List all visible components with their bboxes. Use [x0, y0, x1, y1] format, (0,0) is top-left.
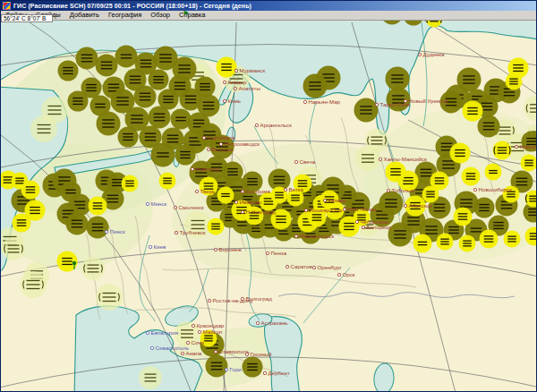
station-marker[interactable] [134, 86, 157, 108]
station-marker[interactable] [463, 101, 483, 122]
svg-text:Евпатория: Евпатория [151, 329, 179, 336]
station-marker[interactable] [122, 175, 139, 192]
menubar: ФайлыСлайдыДобавитьГеографияОбзорСправка [1, 11, 537, 21]
menu-item-3[interactable]: Добавить [65, 11, 104, 20]
city-label: Белорецк [362, 224, 391, 230]
svg-text:Кемь: Кемь [228, 98, 242, 104]
station-marker[interactable] [386, 67, 410, 91]
station-marker[interactable] [30, 115, 57, 142]
station-marker[interactable] [480, 230, 499, 249]
station-marker[interactable] [454, 208, 473, 226]
station-marker[interactable] [175, 145, 196, 166]
city-label: Абатское [404, 202, 432, 209]
svg-text:Пинск: Пинск [110, 228, 125, 234]
svg-text:Дудинка: Дудинка [423, 51, 446, 57]
svg-text:Апатиты: Апатиты [239, 85, 261, 91]
station-marker[interactable] [506, 73, 523, 90]
city-label: Волгоград [241, 295, 272, 302]
station-marker[interactable] [303, 74, 328, 98]
station-marker[interactable] [115, 46, 138, 68]
svg-text:Киев: Киев [154, 243, 167, 250]
station-marker[interactable] [76, 47, 98, 70]
station-marker[interactable] [387, 88, 411, 112]
city-label: Йошкар-Ола [304, 207, 342, 213]
green-pin-icon[interactable]: ⚑ [183, 10, 189, 19]
city-label: Грозный [245, 351, 272, 357]
station-marker[interactable] [504, 231, 521, 248]
station-marker[interactable] [462, 167, 481, 186]
svg-text:Н.Новгород: Н.Новгород [246, 209, 277, 215]
station-marker[interactable] [354, 98, 379, 123]
map-canvas[interactable]: МурманскКовдорАпатитыКемьНарьян-МарАрхан… [1, 21, 537, 392]
svg-text:Вятка: Вятка [289, 186, 304, 192]
city-label: Ставрополь [214, 348, 250, 354]
station-marker[interactable] [208, 218, 225, 235]
city-label: Тобольск [387, 187, 415, 193]
svg-text:Новгород: Новгород [196, 166, 221, 172]
station-marker[interactable] [13, 214, 31, 233]
station-marker[interactable] [493, 141, 512, 160]
station-marker[interactable] [118, 127, 139, 148]
svg-text:Волгоград: Волгоград [246, 295, 273, 302]
map-area[interactable]: МурманскКовдорАпатитыКемьНарьян-МарАрхан… [1, 21, 537, 392]
svg-text:Йошкар-Ола: Йошкар-Ола [310, 207, 343, 213]
city-label: Дудинка [418, 51, 445, 57]
station-marker[interactable] [89, 197, 107, 216]
station-marker[interactable] [96, 284, 123, 311]
station-marker[interactable] [521, 155, 537, 172]
station-marker[interactable] [478, 115, 500, 138]
app-window: ГИС (Расписание SCH) 07/09/25 00:01 - РО… [0, 0, 537, 392]
station-marker[interactable] [87, 217, 109, 239]
station-marker[interactable] [355, 146, 380, 171]
station-marker[interactable] [195, 77, 216, 98]
station-marker[interactable] [20, 271, 47, 298]
station-marker[interactable] [159, 173, 176, 190]
city-label: Магнитогорск [294, 233, 334, 239]
station-marker[interactable] [379, 192, 404, 216]
city-label: Евпатория [146, 329, 178, 336]
city-label: Сортавала [202, 134, 235, 141]
station-marker[interactable] [437, 234, 454, 251]
city-label: Нарьян-Мар [303, 98, 340, 105]
station-marker[interactable] [206, 355, 228, 378]
station-marker[interactable] [139, 366, 162, 389]
menu-item-5[interactable]: Обзор [146, 11, 175, 20]
station-marker[interactable] [58, 61, 79, 81]
menu-item-6[interactable]: Справка [175, 11, 209, 20]
station-marker[interactable] [430, 172, 449, 191]
city-label: Иваново [234, 199, 261, 205]
app-icon [3, 2, 11, 10]
station-marker[interactable] [217, 187, 234, 204]
station-marker[interactable] [217, 57, 237, 78]
station-marker[interactable] [66, 213, 89, 235]
svg-text:Астрахань: Астрахань [261, 320, 288, 326]
station-marker[interactable] [151, 143, 175, 167]
station-marker[interactable] [2, 237, 25, 260]
svg-text:Ковдор: Ковдор [228, 79, 247, 85]
svg-text:Минск: Минск [151, 200, 167, 207]
station-marker[interactable] [21, 181, 40, 200]
svg-text:Сортавала: Сортавала [208, 134, 236, 141]
titlebar[interactable]: ГИС (Расписание SCH) 07/09/25 00:01 - РО… [1, 1, 537, 11]
station-marker[interactable] [97, 112, 121, 136]
station-marker[interactable] [459, 235, 476, 252]
city-label: Трубчевск [175, 229, 205, 235]
station-marker[interactable] [388, 223, 413, 247]
station-marker[interactable] [450, 143, 471, 164]
station-marker[interactable] [96, 55, 118, 77]
station-marker[interactable] [149, 70, 169, 90]
station-marker[interactable] [68, 91, 89, 112]
svg-text:Кострома: Кострома [246, 188, 271, 194]
station-marker[interactable] [485, 164, 502, 181]
svg-text:Грозный: Грозный [251, 351, 273, 357]
station-marker[interactable] [81, 257, 105, 280]
city-label: Краснодар [192, 322, 225, 328]
station-marker[interactable] [243, 357, 263, 378]
city-label: Воронеж [214, 246, 242, 252]
station-marker[interactable] [386, 162, 406, 183]
station-marker[interactable] [149, 107, 171, 129]
city-label: Апатиты [234, 85, 260, 91]
menu-item-4[interactable]: География [104, 11, 146, 20]
station-marker[interactable] [413, 234, 432, 253]
svg-text:Магнитогорск: Магнитогорск [300, 233, 335, 239]
